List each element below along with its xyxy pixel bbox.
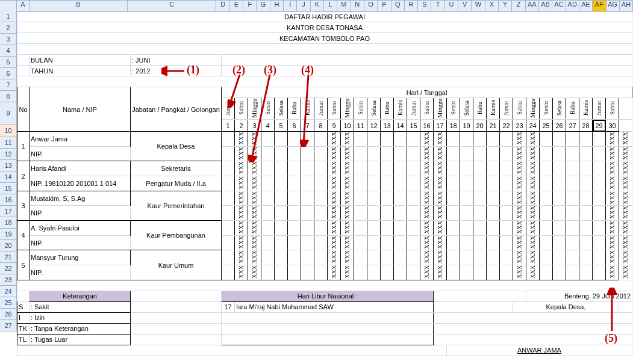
cell[interactable]: Jumat xyxy=(222,98,235,120)
cell[interactable]: Rabu xyxy=(381,98,394,120)
cell[interactable] xyxy=(288,206,301,221)
cell[interactable] xyxy=(354,250,367,265)
cell[interactable] xyxy=(407,206,420,221)
cell[interactable] xyxy=(394,206,407,221)
cell[interactable]: 22 xyxy=(500,120,513,132)
cell[interactable] xyxy=(261,235,275,250)
cell[interactable] xyxy=(381,206,394,221)
cell[interactable] xyxy=(579,146,593,161)
cell[interactable] xyxy=(540,191,553,206)
cell[interactable]: XXX xyxy=(619,161,632,176)
cell[interactable]: Mansyur Turung xyxy=(30,250,131,265)
col-S[interactable]: S xyxy=(418,1,431,11)
row-4[interactable]: 4 xyxy=(0,45,17,57)
cell[interactable] xyxy=(367,265,381,280)
cell[interactable] xyxy=(553,250,566,265)
cell[interactable] xyxy=(553,206,566,221)
cell[interactable]: XXX xyxy=(513,265,526,280)
col-Q[interactable]: Q xyxy=(391,1,405,11)
col-I[interactable]: I xyxy=(284,1,297,11)
cell[interactable]: Rabu xyxy=(288,98,301,120)
cell[interactable] xyxy=(301,235,314,250)
cell[interactable]: Hari Libur Nasional : xyxy=(222,291,434,301)
cell[interactable]: XXX xyxy=(328,206,341,221)
cell[interactable]: XXX xyxy=(606,235,619,250)
cell[interactable]: Rabu xyxy=(473,98,487,120)
cell[interactable]: Selasa xyxy=(460,98,473,120)
cell[interactable]: XXX xyxy=(420,132,434,147)
cell[interactable]: XXX xyxy=(235,176,248,191)
cell[interactable]: I xyxy=(17,312,30,323)
cell[interactable] xyxy=(407,132,420,147)
cell[interactable] xyxy=(579,235,593,250)
cell[interactable] xyxy=(381,250,394,265)
cell[interactable] xyxy=(579,250,593,265)
col-Z[interactable]: Z xyxy=(512,1,525,11)
cell[interactable]: XXX xyxy=(341,146,354,161)
cell[interactable] xyxy=(566,221,579,236)
cell[interactable] xyxy=(222,312,434,323)
cell[interactable] xyxy=(314,132,328,147)
cell[interactable] xyxy=(367,146,381,161)
cell[interactable]: 6 xyxy=(288,120,301,132)
cell[interactable] xyxy=(500,206,513,221)
cell[interactable] xyxy=(381,221,394,236)
row-23[interactable]: 23 xyxy=(0,274,17,286)
cell[interactable]: XXX xyxy=(606,176,619,191)
cell[interactable] xyxy=(500,221,513,236)
cell[interactable]: XXX xyxy=(513,250,526,265)
cell[interactable] xyxy=(275,176,288,191)
cell[interactable]: Sabtu xyxy=(328,98,341,120)
cell[interactable]: XXX xyxy=(526,176,540,191)
row-20[interactable]: 20 xyxy=(0,240,17,251)
cell[interactable]: Jumat xyxy=(593,98,606,120)
cell[interactable]: XXX xyxy=(328,235,341,250)
cell[interactable]: XXX xyxy=(526,161,540,176)
cell[interactable]: XXX xyxy=(420,235,434,250)
cell[interactable]: XXX xyxy=(513,221,526,236)
row-15[interactable]: 15 xyxy=(0,183,17,194)
cell[interactable] xyxy=(367,221,381,236)
cell[interactable]: XXX xyxy=(606,250,619,265)
cell[interactable] xyxy=(447,146,460,161)
cell[interactable] xyxy=(314,265,328,280)
cell[interactable]: Jumat xyxy=(500,98,513,120)
cell[interactable] xyxy=(367,206,381,221)
cell[interactable] xyxy=(460,235,473,250)
row-3[interactable]: 3 xyxy=(0,34,17,45)
cell[interactable] xyxy=(261,191,275,206)
cell[interactable]: Hari / Tanggal xyxy=(222,87,632,98)
col-O[interactable]: O xyxy=(364,1,378,11)
cell[interactable] xyxy=(301,132,314,147)
cell[interactable] xyxy=(460,221,473,236)
cell[interactable]: XXX xyxy=(619,206,632,221)
cell[interactable]: XXX xyxy=(606,206,619,221)
cell[interactable]: XXX xyxy=(328,265,341,280)
cell[interactable]: 25 xyxy=(540,120,553,132)
cell[interactable]: XXX xyxy=(328,146,341,161)
col-T[interactable]: T xyxy=(431,1,444,11)
cell[interactable]: TK xyxy=(17,323,30,334)
cell[interactable]: Selasa xyxy=(367,98,381,120)
cell[interactable] xyxy=(381,176,394,191)
cell[interactable] xyxy=(434,301,513,312)
cell[interactable]: 16 xyxy=(420,120,434,132)
cell[interactable]: TL xyxy=(17,334,30,345)
cell[interactable] xyxy=(619,120,632,132)
cell[interactable] xyxy=(540,146,553,161)
cell[interactable]: 20 xyxy=(473,120,487,132)
cell[interactable] xyxy=(314,221,328,236)
cell[interactable]: XXX xyxy=(619,265,632,280)
cell[interactable] xyxy=(460,132,473,147)
cell[interactable] xyxy=(473,161,487,176)
cell[interactable] xyxy=(487,176,500,191)
cell[interactable]: NIP. xyxy=(30,146,131,161)
cell[interactable]: Senin xyxy=(354,98,367,120)
row-10[interactable]: 10 xyxy=(0,125,17,137)
cell[interactable]: 27 xyxy=(566,120,579,132)
cell[interactable] xyxy=(301,265,314,280)
cell[interactable]: XXX xyxy=(526,132,540,147)
cell[interactable]: XXX xyxy=(434,176,447,191)
cell[interactable] xyxy=(447,265,460,280)
cell[interactable]: Minggu xyxy=(434,98,447,120)
